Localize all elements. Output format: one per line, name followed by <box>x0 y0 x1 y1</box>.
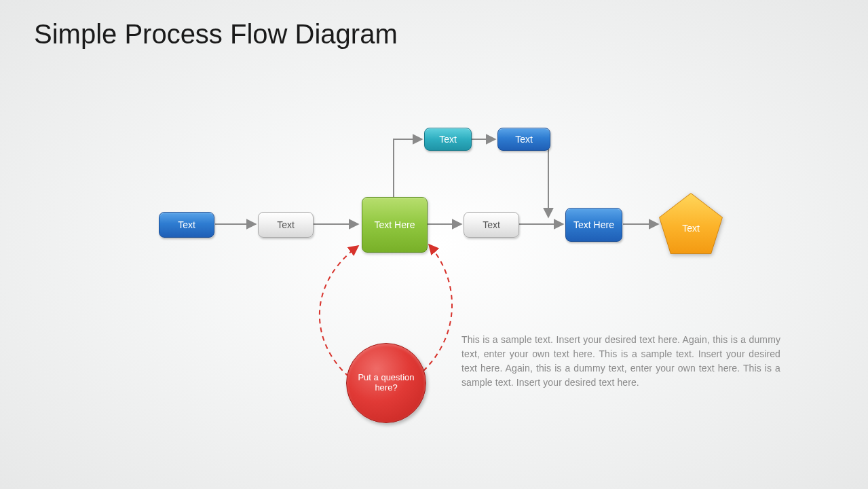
node-decision-label: Text Here <box>375 219 415 230</box>
description-text: This is a sample text. Insert your desir… <box>461 333 780 390</box>
node-branch-2-label: Text <box>515 134 533 145</box>
node-decision[interactable]: Text Here <box>362 197 428 253</box>
dashed-arc-right <box>417 244 452 377</box>
node-step-2[interactable]: Text <box>258 212 314 238</box>
node-question-label: Put a question here? <box>352 373 420 393</box>
node-branch-1-label: Text <box>439 134 457 145</box>
node-branch-2[interactable]: Text <box>497 128 550 151</box>
node-start[interactable]: Text <box>159 212 214 238</box>
node-end-label: Text <box>682 223 700 234</box>
node-question[interactable]: Put a question here? <box>346 343 426 423</box>
node-step-4[interactable]: Text <box>464 212 519 238</box>
diagram-canvas: Text Text Text Here Text Text Here Text … <box>0 0 868 489</box>
node-step-5-label: Text Here <box>573 219 614 230</box>
node-step-2-label: Text <box>277 219 295 230</box>
node-start-label: Text <box>178 219 195 230</box>
node-step-4-label: Text <box>483 219 500 230</box>
node-branch-1[interactable]: Text <box>424 128 472 151</box>
node-end[interactable]: Text <box>660 194 722 253</box>
node-step-5[interactable]: Text Here <box>565 208 622 242</box>
connector-layer <box>0 0 868 489</box>
arrow-n3-t1 <box>394 139 422 197</box>
